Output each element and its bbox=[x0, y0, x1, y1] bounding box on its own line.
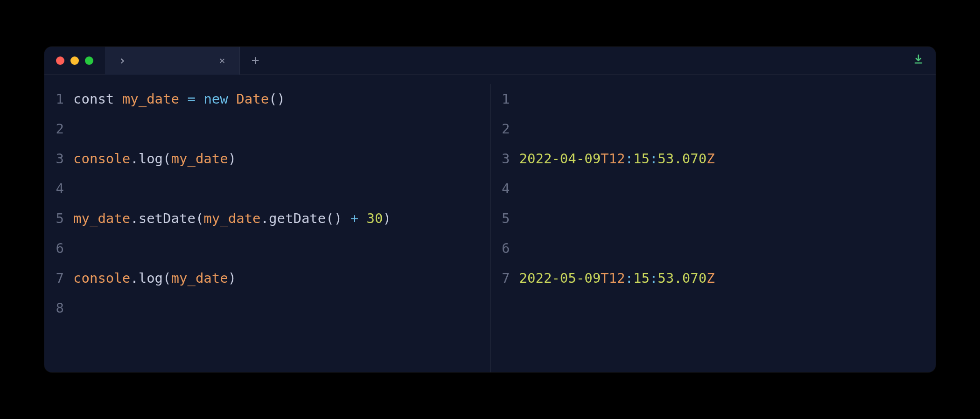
line-number: 6 bbox=[44, 240, 73, 256]
line-number: 5 bbox=[490, 210, 519, 226]
code-line: 1const my_date = new Date() bbox=[44, 84, 490, 114]
line-content: console.log(my_date) bbox=[73, 270, 236, 286]
code-line: 32022-04-09T12:15:53.070Z bbox=[490, 144, 936, 174]
line-number: 8 bbox=[44, 300, 73, 316]
output-pane[interactable]: 1232022-04-09T12:15:53.070Z45672022-05-0… bbox=[490, 84, 936, 372]
line-number: 2 bbox=[44, 121, 73, 137]
code-line: 2 bbox=[490, 114, 936, 144]
code-line: 4 bbox=[44, 174, 490, 203]
code-line: 1 bbox=[490, 84, 936, 114]
maximize-window-button[interactable] bbox=[85, 56, 93, 65]
traffic-lights bbox=[44, 56, 105, 65]
active-tab[interactable]: › × bbox=[105, 47, 240, 75]
code-line: 5my_date.setDate(my_date.getDate() + 30) bbox=[44, 203, 490, 233]
line-content: 2022-05-09T12:15:53.070Z bbox=[519, 270, 715, 286]
line-number: 1 bbox=[44, 91, 73, 107]
download-icon[interactable] bbox=[901, 54, 936, 68]
minimize-window-button[interactable] bbox=[70, 56, 79, 65]
editor-area: 1const my_date = new Date()23console.log… bbox=[44, 75, 936, 372]
line-content: 2022-04-09T12:15:53.070Z bbox=[519, 151, 715, 167]
line-content: my_date.setDate(my_date.getDate() + 30) bbox=[73, 210, 391, 226]
titlebar: › × + bbox=[44, 47, 936, 75]
code-line: 5 bbox=[490, 203, 936, 233]
code-line: 4 bbox=[490, 174, 936, 203]
code-line: 3console.log(my_date) bbox=[44, 144, 490, 174]
code-line: 72022-05-09T12:15:53.070Z bbox=[490, 263, 936, 293]
close-tab-icon[interactable]: × bbox=[219, 55, 225, 66]
line-number: 2 bbox=[490, 121, 519, 137]
code-line: 2 bbox=[44, 114, 490, 144]
editor-window: › × + 1const my_date = new Date()23conso… bbox=[44, 47, 936, 372]
tab-title: › bbox=[119, 54, 126, 67]
line-number: 4 bbox=[44, 181, 73, 196]
line-number: 4 bbox=[490, 181, 519, 196]
code-pane[interactable]: 1const my_date = new Date()23console.log… bbox=[44, 84, 490, 372]
line-number: 6 bbox=[490, 240, 519, 256]
line-number: 5 bbox=[44, 210, 73, 226]
line-content: const my_date = new Date() bbox=[73, 91, 285, 107]
line-content: console.log(my_date) bbox=[73, 151, 236, 167]
line-number: 7 bbox=[44, 270, 73, 286]
line-number: 7 bbox=[490, 270, 519, 286]
new-tab-button[interactable]: + bbox=[240, 53, 271, 68]
code-line: 8 bbox=[44, 293, 490, 323]
line-number: 1 bbox=[490, 91, 519, 107]
code-line: 7console.log(my_date) bbox=[44, 263, 490, 293]
line-number: 3 bbox=[490, 151, 519, 167]
close-window-button[interactable] bbox=[56, 56, 64, 65]
code-line: 6 bbox=[44, 233, 490, 263]
code-line: 6 bbox=[490, 233, 936, 263]
line-number: 3 bbox=[44, 151, 73, 167]
